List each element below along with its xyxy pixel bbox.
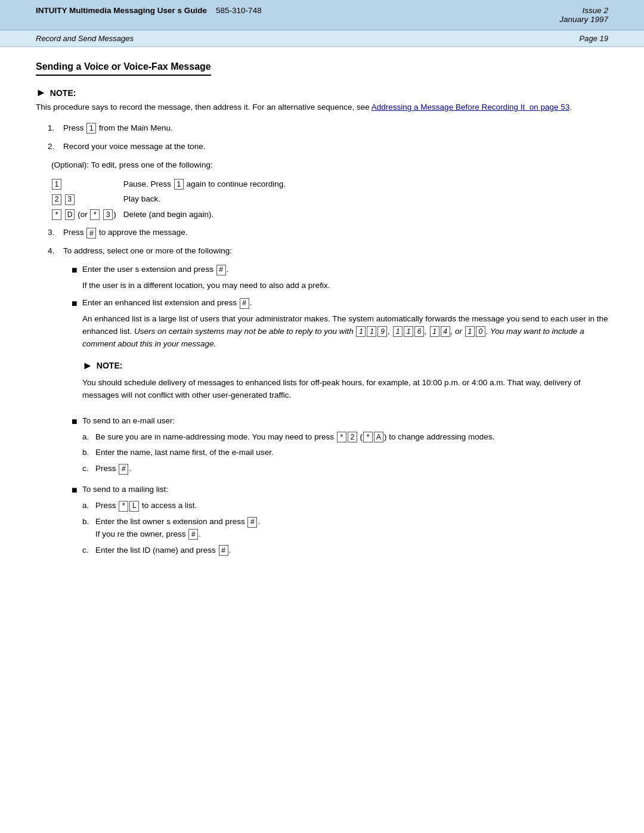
- key-hash-owner2: #: [188, 529, 198, 540]
- key-star-d1: *: [52, 209, 61, 220]
- edit-row-delete-desc: Delete (and begin again).: [123, 207, 293, 222]
- sub-label-a: a.: [82, 431, 92, 444]
- optional-label: (Optional): To edit, press one of the fo…: [51, 159, 608, 172]
- note-arrow-icon-2: ►: [82, 358, 93, 374]
- edit-table: 1 Pause. Press 1 again to continue recor…: [51, 176, 293, 222]
- step-2: 2. Record your voice message at the tone…: [48, 141, 608, 153]
- steps-list: 1. Press 1 from the Main Menu. 2. Record…: [48, 122, 608, 153]
- header-right: Issue 2 January 1997: [559, 6, 608, 24]
- key-1f: 1: [465, 326, 475, 337]
- bullet-enhanced-main: Enter an enhanced list extension and pre…: [82, 297, 608, 309]
- steps-list-2: 3. Press # to approve the message. 4. To…: [48, 227, 608, 258]
- key-hash-1: #: [86, 228, 96, 239]
- page-number: Page 19: [580, 34, 608, 43]
- edit-row-pause-keys: 1: [51, 176, 123, 192]
- sub-label-c: c.: [82, 463, 92, 475]
- email-sub-b-text: Enter the name, last name first, of the …: [95, 447, 274, 459]
- note-text-2: You should schedule delivery of messages…: [82, 377, 608, 402]
- note-link[interactable]: Addressing a Message Before Recording It…: [371, 103, 569, 112]
- edit-row-playback: 2 3 Play back.: [51, 191, 293, 207]
- key-star-2: *: [337, 432, 346, 442]
- sub-header-bar: Record and Send Messages Page 19: [0, 30, 644, 47]
- header-bar: INTUITY Multimedia Messaging User s Guid…: [0, 0, 644, 30]
- edit-row-delete-keys: * D (or * 3): [51, 207, 123, 222]
- bullet-enhanced-content: Enter an enhanced list extension and pre…: [82, 297, 608, 410]
- mail-sub-label-c: c.: [82, 544, 92, 557]
- step-4: 4. To address, select one or more of the…: [48, 245, 608, 258]
- bullet-mailing-content: To send to a mailing list: a. Press *L t…: [82, 484, 260, 561]
- key-pause-again: 1: [174, 179, 184, 190]
- bullet-sq-4: ■: [72, 484, 78, 497]
- section-title: Sending a Voice or Voice-Fax Message: [36, 61, 211, 76]
- email-sub-c-text: Press #.: [95, 463, 131, 475]
- note-label-2: NOTE:: [97, 360, 123, 373]
- mailing-sub-b-text: Enter the list owner s extension and pre…: [95, 516, 260, 541]
- date-label: January 1997: [559, 15, 608, 24]
- section-label: Record and Send Messages: [36, 34, 134, 43]
- header-left: INTUITY Multimedia Messaging User s Guid…: [36, 6, 262, 15]
- key-4: 4: [441, 326, 450, 337]
- step-1-num: 1.: [48, 122, 58, 135]
- bullet-mailing: ■ To send to a mailing list: a. Press *L…: [72, 484, 608, 561]
- mailing-sub-list: a. Press *L to access a list. b. Enter t…: [82, 500, 260, 557]
- bullet-extension-main: Enter the user s extension and press #.: [82, 264, 330, 276]
- key-9: 9: [377, 326, 387, 337]
- key-pause-1: 1: [52, 179, 61, 190]
- key-1a: 1: [356, 326, 366, 337]
- note-header-1: ► NOTE:: [36, 86, 608, 99]
- key-1c: 1: [393, 326, 402, 337]
- bullet-extension-content: Enter the user s extension and press #. …: [82, 264, 330, 292]
- key-star-l: *: [119, 501, 128, 512]
- email-sub-a-text: Be sure you are in name-addressing mode.…: [95, 431, 494, 444]
- edit-row-delete: * D (or * 3) Delete (and begin again).: [51, 207, 293, 222]
- bullet-email-main: To send to an e-mail user:: [82, 415, 494, 428]
- note-text-1: This procedure says to record the messag…: [36, 101, 608, 114]
- key-2-email: 2: [348, 432, 357, 442]
- bullet-extension-sub: If the user is in a different location, …: [82, 280, 330, 292]
- key-d: D: [65, 209, 75, 220]
- step-4-num: 4.: [48, 245, 58, 258]
- key-star-a: *: [363, 432, 373, 442]
- email-sub-list: a. Be sure you are in name-addressing mo…: [82, 431, 494, 476]
- key-3: 3: [65, 194, 75, 205]
- edit-row-playback-keys: 2 3: [51, 191, 123, 207]
- page-wrapper: INTUITY Multimedia Messaging User s Guid…: [0, 0, 644, 833]
- enhanced-italic: Users on certain systems may not be able…: [82, 327, 584, 348]
- issue-label: Issue 2: [559, 6, 608, 15]
- key-star-d2: *: [90, 209, 100, 220]
- step-4-text: To address, select one or more of the fo…: [63, 245, 232, 258]
- bullet-enhanced-body: An enhanced list is a large list of user…: [82, 313, 608, 351]
- key-6: 6: [414, 326, 424, 337]
- key-hash-c: #: [119, 464, 128, 475]
- step-3: 3. Press # to approve the message.: [48, 227, 608, 239]
- edit-row-pause: 1 Pause. Press 1 again to continue recor…: [51, 176, 293, 192]
- key-2: 2: [52, 194, 61, 205]
- edit-row-pause-desc: Pause. Press 1 again to continue recordi…: [123, 176, 293, 192]
- note-label-1: NOTE:: [50, 88, 76, 98]
- key-1b: 1: [367, 326, 376, 337]
- key-3b: 3: [103, 209, 113, 220]
- key-l: L: [129, 501, 139, 512]
- doc-title: INTUITY Multimedia Messaging User s Guid…: [36, 6, 207, 15]
- step-1: 1. Press 1 from the Main Menu.: [48, 122, 608, 135]
- bullet-sq-2: ■: [72, 298, 78, 310]
- bullet-extension: ■ Enter the user s extension and press #…: [72, 264, 608, 292]
- key-hash-ext: #: [216, 265, 226, 275]
- step-3-num: 3.: [48, 227, 58, 239]
- mailing-sub-c: c. Enter the list ID (name) and press #.: [82, 544, 260, 557]
- mailing-sub-b: b. Enter the list owner s extension and …: [82, 516, 260, 541]
- step-2-num: 2.: [48, 141, 58, 153]
- bullet-sq-1: ■: [72, 264, 78, 277]
- mailing-sub-c-text: Enter the list ID (name) and press #.: [95, 544, 231, 557]
- note-block-1: ► NOTE: This procedure says to record th…: [36, 86, 608, 114]
- email-sub-c: c. Press #.: [82, 463, 494, 475]
- mailing-sub-a-text: Press *L to access a list.: [95, 500, 197, 512]
- key-0: 0: [476, 326, 485, 337]
- key-a: A: [374, 432, 383, 442]
- note-body-text: This procedure says to record the messag…: [36, 103, 371, 112]
- key-1e: 1: [430, 326, 439, 337]
- key-hash-owner: #: [247, 517, 257, 528]
- key-1: 1: [86, 123, 96, 134]
- step-3-text: Press # to approve the message.: [63, 227, 188, 239]
- email-sub-a: a. Be sure you are in name-addressing mo…: [82, 431, 494, 444]
